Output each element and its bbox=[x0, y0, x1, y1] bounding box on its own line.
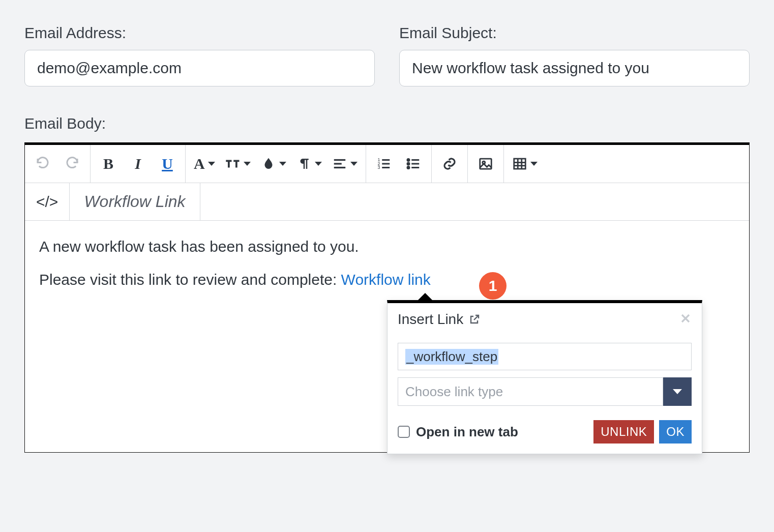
redo-button[interactable] bbox=[57, 149, 87, 179]
email-body-label: Email Body: bbox=[24, 115, 750, 132]
svg-rect-15 bbox=[480, 159, 491, 169]
popup-title-text: Insert Link bbox=[398, 311, 463, 328]
toolbar-table-group bbox=[504, 145, 546, 183]
chevron-down-icon bbox=[208, 162, 215, 166]
ok-button[interactable]: OK bbox=[659, 420, 692, 444]
link-type-dropdown-button[interactable] bbox=[663, 377, 692, 406]
unordered-list-icon bbox=[406, 156, 421, 171]
chevron-down-icon bbox=[315, 162, 322, 166]
toolbar-link-group bbox=[432, 145, 468, 183]
editor-toolbar: B I U A bbox=[25, 145, 749, 183]
email-config-panel: Email Address: Email Subject: Email Body… bbox=[0, 0, 774, 453]
chevron-down-icon bbox=[244, 162, 251, 166]
font-size-icon bbox=[225, 156, 241, 171]
popup-title: Insert Link bbox=[398, 311, 481, 328]
workflow-link-anchor[interactable]: Workflow link bbox=[341, 271, 431, 288]
table-icon bbox=[512, 156, 527, 171]
font-color-dropdown[interactable] bbox=[256, 149, 291, 179]
link-type-field[interactable]: Choose link type bbox=[398, 377, 663, 406]
chevron-down-icon bbox=[279, 162, 286, 166]
svg-rect-17 bbox=[514, 159, 525, 169]
insert-link-popup: Insert Link _workflow_step Choose link t… bbox=[387, 300, 702, 454]
insert-image-button[interactable] bbox=[471, 149, 500, 179]
font-size-dropdown[interactable] bbox=[220, 149, 256, 179]
email-address-input[interactable] bbox=[24, 50, 375, 86]
toolbar-list-group: 123 bbox=[366, 145, 432, 183]
toolbar-style-group: B I U bbox=[91, 145, 186, 183]
open-in-new-tab-checkbox[interactable] bbox=[398, 426, 410, 438]
code-icon: </> bbox=[36, 193, 58, 211]
popup-header: Insert Link bbox=[388, 303, 702, 336]
ordered-list-icon: 123 bbox=[376, 156, 392, 171]
popup-url-row: _workflow_step bbox=[398, 343, 692, 370]
toolbar-history-group bbox=[25, 145, 91, 183]
rich-text-editor: B I U A bbox=[24, 142, 750, 453]
annotation-1: 1 bbox=[479, 272, 507, 300]
email-address-column: Email Address: bbox=[24, 24, 375, 86]
unordered-list-button[interactable] bbox=[399, 149, 428, 179]
popup-buttons: UNLINK OK bbox=[593, 420, 692, 444]
external-link-icon bbox=[468, 313, 481, 326]
svg-point-10 bbox=[407, 163, 409, 165]
chevron-down-icon bbox=[673, 389, 682, 394]
link-url-input[interactable]: _workflow_step bbox=[398, 343, 692, 370]
email-subject-input[interactable] bbox=[399, 50, 750, 86]
chevron-down-icon bbox=[530, 162, 538, 166]
redo-icon bbox=[65, 156, 80, 171]
svg-text:3: 3 bbox=[377, 165, 380, 170]
link-icon bbox=[442, 156, 457, 171]
svg-point-11 bbox=[407, 167, 409, 169]
email-subject-label: Email Subject: bbox=[399, 24, 750, 42]
font-family-dropdown[interactable]: A bbox=[189, 149, 220, 179]
link-url-value: _workflow_step bbox=[405, 349, 498, 365]
underline-button[interactable]: U bbox=[153, 149, 182, 179]
undo-icon bbox=[35, 156, 50, 171]
unlink-button[interactable]: UNLINK bbox=[593, 420, 654, 444]
close-icon bbox=[679, 312, 692, 324]
align-icon bbox=[332, 156, 347, 171]
bold-button[interactable]: B bbox=[94, 149, 123, 179]
ordered-list-button[interactable]: 123 bbox=[369, 149, 399, 179]
toolbar-image-group bbox=[468, 145, 504, 183]
top-row: Email Address: Email Subject: bbox=[24, 24, 750, 86]
email-subject-column: Email Subject: bbox=[399, 24, 750, 86]
pilcrow-icon bbox=[296, 156, 312, 171]
image-icon bbox=[478, 156, 493, 171]
popup-close-button[interactable] bbox=[679, 311, 692, 328]
paragraph-dropdown[interactable] bbox=[291, 149, 327, 179]
body-line-2-text: Please visit this link to review and com… bbox=[39, 271, 341, 288]
chevron-down-icon bbox=[350, 162, 358, 166]
body-line-1: A new workflow task has been assigned to… bbox=[39, 235, 735, 259]
editor-toolbar-secondary: </> Workflow Link bbox=[25, 183, 749, 221]
popup-footer: Open in new tab UNLINK OK bbox=[398, 420, 692, 444]
svg-point-9 bbox=[407, 159, 409, 161]
popup-body: _workflow_step Choose link type Open in … bbox=[388, 343, 702, 454]
insert-table-dropdown[interactable] bbox=[507, 149, 543, 179]
italic-button[interactable]: I bbox=[123, 149, 153, 179]
body-line-2: Please visit this link to review and com… bbox=[39, 268, 735, 292]
undo-button[interactable] bbox=[28, 149, 57, 179]
drop-icon bbox=[261, 156, 276, 171]
insert-link-button[interactable] bbox=[435, 149, 464, 179]
toolbar-font-group: A bbox=[186, 145, 366, 183]
align-dropdown[interactable] bbox=[327, 149, 363, 179]
workflow-link-button[interactable]: Workflow Link bbox=[70, 183, 200, 221]
email-address-label: Email Address: bbox=[24, 24, 375, 42]
codeview-button[interactable]: </> bbox=[25, 183, 70, 221]
link-type-select: Choose link type bbox=[398, 377, 692, 406]
open-in-new-tab-label: Open in new tab bbox=[416, 424, 518, 440]
